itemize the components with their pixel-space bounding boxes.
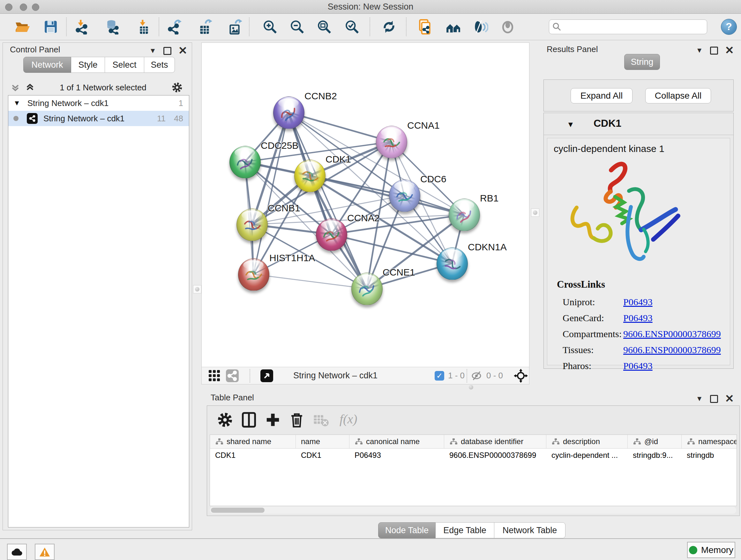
tab-network[interactable]: Network	[23, 57, 71, 73]
birdseye-grid-icon[interactable]	[208, 369, 221, 382]
tab-node-table[interactable]: Node Table	[378, 522, 435, 538]
tab-network-table[interactable]: Network Table	[494, 522, 565, 538]
hidden-eye-icon[interactable]	[471, 371, 482, 381]
panel-menu-icon[interactable]: ▼	[696, 395, 703, 402]
close-panel-icon[interactable]: ✕	[179, 46, 188, 55]
table-hscrollbar[interactable]	[210, 507, 736, 514]
crosslink-value-link[interactable]: P06493	[623, 313, 653, 323]
import-table-file-button[interactable]	[136, 19, 151, 35]
apply-layout-button[interactable]	[381, 19, 397, 35]
export-network-file-button[interactable]	[167, 19, 182, 35]
network-node-cdkn1a[interactable]	[436, 247, 468, 280]
open-session-button[interactable]	[14, 19, 30, 35]
create-column-plus-icon[interactable]	[265, 412, 281, 428]
close-panel-icon[interactable]: ✕	[725, 46, 734, 55]
gene-expander-icon[interactable]: ▼	[567, 120, 575, 129]
delete-table-icon[interactable]	[313, 412, 329, 428]
string-view-icon[interactable]	[226, 369, 239, 382]
table-options-gear-icon[interactable]	[217, 412, 233, 428]
panel-menu-icon[interactable]: ▼	[696, 47, 703, 54]
first-neighbors-button[interactable]	[446, 19, 461, 35]
search-input[interactable]	[549, 19, 707, 34]
help-button[interactable]: ?	[721, 19, 737, 35]
column-header-description[interactable]: description	[546, 435, 628, 448]
network-node-ccnb1[interactable]	[237, 208, 268, 241]
hide-selected-button[interactable]	[473, 19, 488, 35]
column-header-namespace[interactable]: namespace	[682, 435, 737, 448]
table-cell[interactable]: P06493	[349, 449, 444, 462]
tab-sets[interactable]: Sets	[144, 57, 175, 73]
network-node-ccna1[interactable]	[376, 126, 407, 159]
memory-button[interactable]: Memory	[687, 542, 735, 558]
tab-style[interactable]: Style	[71, 57, 105, 73]
network-node-ccnb2[interactable]	[273, 97, 305, 129]
crosslink-value-link[interactable]: 9606.ENSP00000378699	[623, 328, 721, 339]
expand-all-networks-icon[interactable]	[25, 83, 35, 92]
crosslink-value-link[interactable]: P06493	[623, 297, 653, 307]
table-cell[interactable]: stringdb:9...	[628, 449, 682, 462]
pan-crosshair-icon[interactable]	[514, 369, 528, 383]
crosslink-value-link[interactable]: P06493	[623, 361, 653, 371]
import-network-file-button[interactable]	[74, 19, 89, 35]
column-header-database-identifier[interactable]: database identifier	[444, 435, 546, 448]
network-node-cdk1[interactable]	[294, 160, 326, 192]
save-session-button[interactable]	[43, 19, 58, 35]
panel-menu-icon[interactable]: ▼	[149, 47, 156, 54]
network-node-hist1h1a[interactable]	[238, 258, 269, 291]
table-cell[interactable]: stringdb	[682, 449, 737, 462]
zoom-fit-button[interactable]	[317, 19, 332, 35]
cloud-sync-button[interactable]	[7, 544, 27, 560]
expand-all-button[interactable]: Expand All	[570, 88, 632, 104]
crosslink-value-link[interactable]: 9606.ENSP00000378699	[623, 345, 721, 355]
network-edge[interactable]	[253, 274, 367, 289]
function-builder-button[interactable]: f(x)	[340, 412, 368, 428]
table-row[interactable]: CDK1CDK1P064939606.ENSP00000378699cyclin…	[210, 449, 737, 462]
network-node-cdc25b[interactable]	[229, 146, 261, 179]
right-splitter-handle[interactable]	[531, 208, 539, 217]
selected-checkbox-icon[interactable]: ✓	[434, 371, 444, 381]
float-panel-icon[interactable]	[163, 47, 172, 55]
show-column-panel-icon[interactable]	[241, 412, 257, 428]
table-hscrollbar-thumb[interactable]	[211, 508, 265, 513]
toolbar-separator	[369, 17, 370, 36]
table-cell[interactable]: CDK1	[210, 449, 296, 462]
zoom-selected-button[interactable]	[344, 19, 360, 35]
horizontal-splitter[interactable]	[201, 385, 741, 390]
zoom-in-button[interactable]	[262, 19, 278, 35]
left-splitter-handle[interactable]	[193, 285, 201, 294]
network-node-ccne1[interactable]	[351, 273, 383, 305]
open-in-new-window-icon[interactable]	[260, 369, 273, 382]
tab-edge-table[interactable]: Edge Table	[435, 522, 494, 538]
column-header-canonical-name[interactable]: canonical name	[349, 435, 444, 448]
network-options-gear-icon[interactable]	[172, 82, 183, 93]
table-cell[interactable]: CDK1	[296, 449, 349, 462]
collapse-all-networks-icon[interactable]	[10, 83, 20, 92]
float-panel-icon[interactable]	[710, 395, 718, 403]
table-cell[interactable]: cyclin-dependent ...	[546, 449, 628, 462]
network-collection-row[interactable]: ▼ String Network – cdk1 1	[8, 96, 189, 111]
network-node-ccna2[interactable]	[316, 219, 347, 251]
tab-select[interactable]: Select	[105, 57, 144, 73]
column-header--id[interactable]: @id	[628, 435, 682, 448]
column-header-shared-name[interactable]: shared name	[210, 435, 296, 448]
import-network-database-button[interactable]	[105, 19, 120, 35]
zoom-out-button[interactable]	[289, 19, 305, 35]
close-panel-icon[interactable]: ✕	[725, 394, 734, 403]
clone-network-button[interactable]	[417, 19, 432, 35]
collapse-all-button[interactable]: Collapse All	[645, 88, 711, 104]
float-panel-icon[interactable]	[710, 47, 718, 55]
export-table-file-button[interactable]	[197, 19, 212, 35]
export-image-button[interactable]	[227, 19, 242, 35]
collection-expander-icon[interactable]: ▼	[13, 99, 20, 107]
network-node-cdc6[interactable]	[389, 179, 420, 212]
network-canvas[interactable]: CCNB2 CCNA1 CDC25B CDK1 CDC6 RB1 CCNB1	[202, 43, 529, 367]
column-header-name[interactable]: name	[296, 435, 349, 448]
network-row[interactable]: String Network – cdk1 11 48	[8, 111, 189, 126]
warnings-button[interactable]	[35, 544, 55, 560]
network-node-rb1[interactable]	[449, 199, 480, 231]
delete-column-trash-icon[interactable]	[288, 412, 305, 428]
show-all-button[interactable]	[500, 19, 515, 35]
table-cell[interactable]: 9606.ENSP00000378699	[444, 449, 546, 462]
gene-section-header[interactable]: ▼ CDK1	[544, 113, 733, 135]
tab-string[interactable]: String	[624, 54, 660, 70]
